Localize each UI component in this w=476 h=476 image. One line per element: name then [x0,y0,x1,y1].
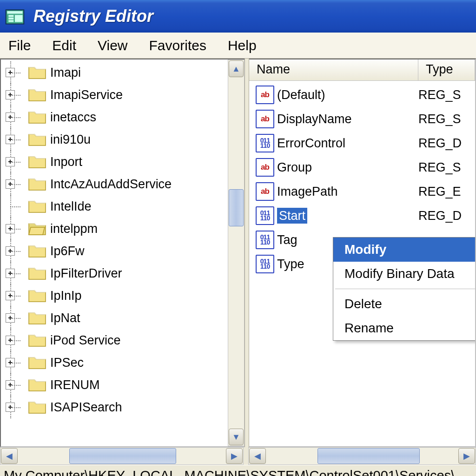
tree-item-label: intelppm [50,222,98,236]
folder-icon [28,65,46,80]
context-menu: Modify Modify Binary Data Delete Rename [333,237,476,341]
tree-line-icon: + [4,195,28,218]
list-row[interactable]: ab Group REG_S [249,155,475,179]
tree-item[interactable]: + IPSec [4,351,228,374]
scroll-left-icon[interactable]: ◀ [249,448,266,464]
tree-item-label: Inport [50,155,82,169]
list-row[interactable]: ab ImagePath REG_E [249,179,475,204]
list-body[interactable]: ab (Default) REG_S ab DisplayName REG_S … [249,81,475,446]
list-row[interactable]: ab DisplayName REG_S [249,107,475,131]
tree-item-label: Imapi [50,66,81,80]
tree[interactable]: + Imapi + ImapiService + inetaccs + ini [1,60,228,446]
expand-icon[interactable]: + [6,380,15,390]
tree-item[interactable]: + Inport [4,151,228,173]
tree-line-icon: + [4,262,28,284]
tree-item[interactable]: + ImapiService [4,84,228,106]
expand-icon[interactable]: + [6,179,15,189]
scroll-down-icon[interactable]: ▼ [229,429,244,445]
expand-icon[interactable]: + [6,358,15,367]
expand-icon[interactable]: + [6,291,15,300]
tree-line-icon: + [4,84,28,106]
tree-line-icon: + [4,128,28,151]
scroll-right-icon[interactable]: ▶ [226,448,243,464]
value-type: REG_S [418,88,475,102]
title-bar: Registry Editor [0,0,476,33]
menu-file[interactable]: File [4,36,35,55]
tree-line-icon: + [4,173,28,195]
expand-icon[interactable]: + [6,403,15,412]
folder-icon [28,154,46,170]
tree-item[interactable]: + ISAPISearch [4,396,228,418]
expand-icon[interactable]: + [6,224,15,233]
list-pane: Name Type ab (Default) REG_S ab DisplayN… [249,59,476,447]
menu-help[interactable]: Help [223,36,261,55]
expand-icon[interactable]: + [6,336,15,345]
folder-icon [28,310,46,326]
scroll-thumb[interactable] [69,448,176,464]
list-row[interactable]: 011110 ErrorControl REG_D [249,131,475,155]
ctx-modify-binary[interactable]: Modify Binary Data [333,262,476,286]
tree-line-icon: + [4,151,28,173]
folder-icon [28,221,46,237]
scroll-thumb[interactable] [317,448,420,464]
status-bar: My Computer\HKEY_LOCAL_MACHINE\SYSTEM\Co… [0,465,476,476]
tree-item[interactable]: + Ip6Fw [4,240,228,262]
expand-icon[interactable]: + [6,157,15,166]
folder-icon [28,332,46,348]
tree-item[interactable]: + IpFilterDriver [4,262,228,284]
tree-item[interactable]: + ini910u [4,128,228,151]
folder-icon [28,377,46,393]
expand-icon[interactable]: + [6,112,15,122]
scroll-up-icon[interactable]: ▲ [229,60,244,77]
list-row[interactable]: 011110 Start REG_D [249,204,475,228]
expand-icon[interactable]: + [6,90,15,99]
window-title: Registry Editor [33,7,153,26]
ctx-delete[interactable]: Delete [333,292,476,316]
string-value-icon: ab [256,182,274,201]
tree-line-icon: + [4,396,28,418]
binary-value-icon: 011110 [256,134,274,152]
expand-icon[interactable]: + [6,313,15,323]
tree-item[interactable]: + IntcAzAudAddService [4,173,228,195]
svg-rect-5 [15,15,23,22]
col-name[interactable]: Name [249,60,418,80]
value-type: REG_S [418,112,475,126]
tree-item[interactable]: + IntelIde [4,195,228,218]
menu-favorites[interactable]: Favorites [145,36,211,55]
tree-item[interactable]: + IpNat [4,307,228,329]
expand-icon[interactable]: + [6,68,15,77]
value-name: ErrorControl [277,136,418,151]
menu-view[interactable]: View [93,36,132,55]
scroll-track[interactable] [228,78,244,428]
value-name: Group [277,160,418,175]
scroll-right-icon[interactable]: ▶ [458,448,475,464]
tree-item-label: ISAPISearch [50,400,122,415]
expand-icon[interactable]: + [6,269,15,278]
list-hscroll[interactable]: ◀ ▶ [248,447,476,465]
scroll-thumb[interactable] [229,189,244,226]
menu-edit[interactable]: Edit [47,36,81,55]
pane-divider[interactable] [245,59,249,447]
binary-value-icon: 011110 [256,231,274,249]
svg-rect-2 [8,15,13,17]
col-type[interactable]: Type [418,60,475,80]
folder-icon [28,109,46,125]
ctx-rename[interactable]: Rename [333,316,476,340]
ctx-modify[interactable]: Modify [333,238,476,262]
scroll-left-icon[interactable]: ◀ [1,448,18,464]
tree-item-label: IntcAzAudAddService [50,177,172,192]
expand-icon[interactable]: + [6,246,15,256]
h-scrollbars: ◀ ▶ ◀ ▶ [0,447,476,465]
tree-item[interactable]: + IpInIp [4,284,228,307]
tree-scrollbar[interactable]: ▲ ▼ [228,60,245,446]
tree-item[interactable]: + Imapi [4,61,228,84]
tree-item[interactable]: + iPod Service [4,329,228,351]
list-row[interactable]: ab (Default) REG_S [249,83,475,107]
expand-icon[interactable]: + [6,135,15,144]
tree-item[interactable]: + inetaccs [4,106,228,128]
value-type: REG_D [418,136,475,151]
tree-hscroll[interactable]: ◀ ▶ [0,447,244,465]
tree-item[interactable]: + IRENUM [4,374,228,396]
tree-item-label: IRENUM [50,378,100,392]
tree-item[interactable]: + intelppm [4,218,228,240]
